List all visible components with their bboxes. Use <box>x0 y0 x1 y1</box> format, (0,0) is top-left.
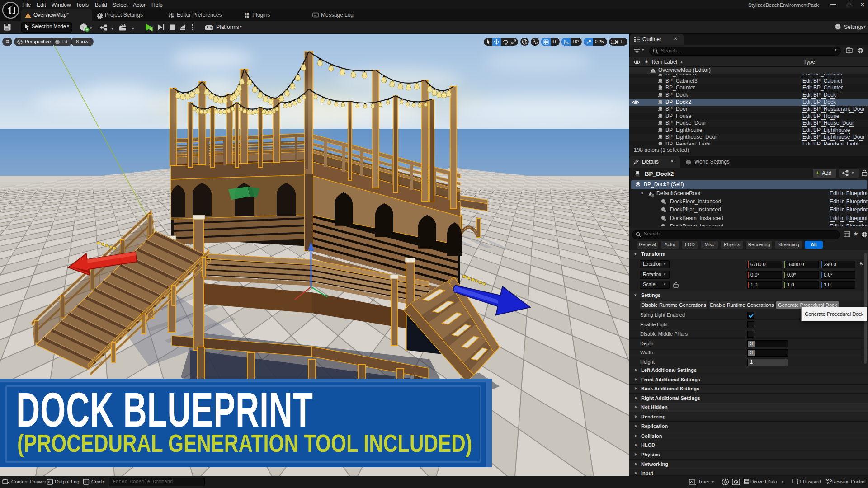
svg-text:▾: ▾ <box>111 26 113 31</box>
svg-text:▾: ▾ <box>132 26 134 31</box>
svg-text:▾: ▾ <box>90 26 92 30</box>
